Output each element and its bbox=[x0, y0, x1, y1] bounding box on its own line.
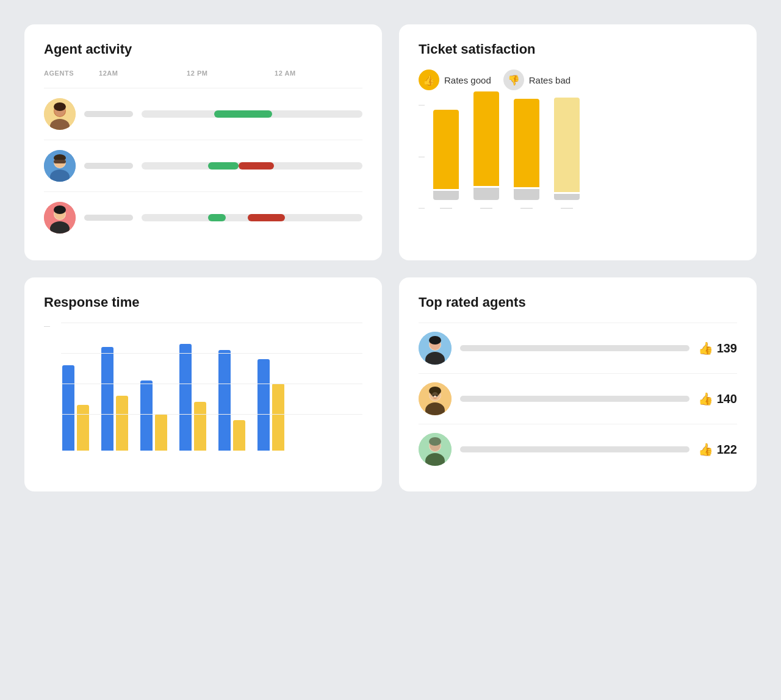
resp-bar-blue bbox=[101, 347, 113, 451]
bar-group: —— bbox=[433, 110, 459, 211]
bar-label: —— bbox=[520, 204, 533, 211]
response-time-card: Response time — bbox=[24, 277, 382, 491]
legend-item-bad: 👎 Rates bad bbox=[503, 70, 570, 90]
svg-point-20 bbox=[429, 336, 441, 345]
agent-bar bbox=[142, 212, 362, 224]
bar-group: —— bbox=[514, 99, 539, 211]
thumbs-up-icon: 👍 bbox=[698, 391, 713, 406]
resp-bar-yellow bbox=[194, 402, 206, 451]
top-agent-name-placeholder bbox=[460, 396, 689, 402]
resp-bar-group bbox=[257, 359, 284, 451]
resp-bar-blue bbox=[257, 359, 270, 451]
resp-bar-yellow bbox=[272, 384, 284, 451]
bar-bad bbox=[514, 189, 539, 200]
agent-row bbox=[44, 140, 362, 191]
grid-line bbox=[61, 414, 362, 415]
top-agent-score: 👍 140 bbox=[698, 391, 737, 406]
score-value: 140 bbox=[717, 392, 737, 406]
resp-bar-blue bbox=[218, 350, 231, 451]
top-agent-name-placeholder bbox=[460, 446, 689, 452]
thumbs-down-legend-icon: 👎 bbox=[503, 70, 524, 90]
y-axis-label: — bbox=[419, 101, 425, 108]
agent-activity-card: Agent activity AGENTS 12AM 12 PM 12 AM bbox=[24, 24, 382, 260]
score-value: 122 bbox=[717, 443, 737, 457]
bar-good bbox=[514, 99, 539, 187]
top-agent-avatar bbox=[419, 433, 452, 466]
legend-row: 👍 Rates good 👎 Rates bad bbox=[419, 70, 737, 90]
resp-bar-group bbox=[179, 344, 206, 451]
resp-bar-blue bbox=[62, 365, 74, 451]
bar-good bbox=[433, 110, 459, 189]
top-agent-row: 👍 139 bbox=[419, 323, 737, 373]
thumbs-up-legend-icon: 👍 bbox=[419, 70, 439, 90]
y-axis-label: — bbox=[419, 153, 425, 160]
svg-point-34 bbox=[429, 437, 441, 446]
resp-bar-yellow bbox=[233, 420, 245, 451]
bar-label: —— bbox=[561, 204, 573, 211]
bar-bad bbox=[433, 191, 459, 200]
avatar bbox=[44, 150, 76, 182]
agent-bar bbox=[142, 108, 362, 120]
response-time-title: Response time bbox=[44, 295, 362, 310]
ticket-satisfaction-card: Ticket satisfaction 👍 Rates good 👎 Rates… bbox=[399, 24, 757, 260]
svg-point-15 bbox=[54, 205, 66, 214]
bar-good bbox=[554, 98, 580, 192]
grid-line bbox=[61, 384, 362, 384]
agent-name-placeholder bbox=[84, 111, 133, 117]
top-agent-name-placeholder bbox=[460, 345, 689, 351]
resp-bar-yellow bbox=[77, 405, 89, 451]
agent-name-placeholder bbox=[84, 163, 133, 169]
top-agent-row: 👍 122 bbox=[419, 424, 737, 474]
bar-group: —— bbox=[473, 91, 499, 211]
agent-row bbox=[44, 191, 362, 243]
agent-activity-header: AGENTS 12AM 12 PM 12 AM bbox=[44, 70, 362, 80]
resp-bar-blue bbox=[140, 380, 153, 451]
avatar bbox=[44, 202, 76, 234]
resp-bar-yellow bbox=[155, 414, 167, 451]
header-12pm: 12 PM bbox=[187, 70, 275, 77]
svg-rect-10 bbox=[54, 160, 66, 163]
svg-point-4 bbox=[54, 102, 66, 111]
header-agents: AGENTS bbox=[44, 70, 99, 77]
y-axis-label: — bbox=[419, 204, 425, 211]
svg-rect-29 bbox=[431, 391, 439, 396]
bar-label: —— bbox=[440, 204, 452, 211]
agent-activity-title: Agent activity bbox=[44, 41, 362, 57]
agent-bar bbox=[142, 160, 362, 172]
agent-row bbox=[44, 88, 362, 140]
bar-good bbox=[473, 91, 499, 186]
header-12am2: 12 AM bbox=[275, 70, 362, 77]
resp-bar-group bbox=[62, 365, 89, 451]
resp-bar-yellow bbox=[116, 396, 128, 451]
top-rated-agents-card: Top rated agents 👍 139 bbox=[399, 277, 757, 491]
top-agent-score: 👍 139 bbox=[698, 341, 737, 355]
bar-label: —— bbox=[480, 204, 492, 211]
resp-bar-group bbox=[218, 350, 245, 451]
legend-bad-label: Rates bad bbox=[529, 75, 570, 85]
legend-good-label: Rates good bbox=[444, 75, 491, 85]
resp-bar-blue bbox=[179, 344, 192, 451]
ticket-satisfaction-title: Ticket satisfaction bbox=[419, 41, 737, 57]
thumbs-up-icon: 👍 bbox=[698, 341, 713, 355]
header-12am1: 12AM bbox=[99, 70, 187, 77]
top-agent-avatar bbox=[419, 332, 452, 365]
grid-line bbox=[61, 353, 362, 354]
bar-bad bbox=[473, 188, 499, 200]
bar-bad bbox=[554, 194, 580, 200]
resp-bar-group bbox=[101, 347, 128, 451]
top-agent-row: 👍 140 bbox=[419, 373, 737, 424]
thumbs-up-icon: 👍 bbox=[698, 442, 713, 457]
y-axis-label: — bbox=[44, 323, 50, 329]
top-rated-agents-title: Top rated agents bbox=[419, 295, 737, 310]
grid-line bbox=[61, 323, 362, 323]
top-agent-score: 👍 122 bbox=[698, 442, 737, 457]
score-value: 139 bbox=[717, 341, 737, 355]
bar-group: —— bbox=[554, 98, 580, 211]
agent-name-placeholder bbox=[84, 215, 133, 221]
resp-bar-group bbox=[140, 380, 167, 451]
legend-item-good: 👍 Rates good bbox=[419, 70, 491, 90]
top-agent-avatar bbox=[419, 382, 452, 415]
avatar bbox=[44, 98, 76, 130]
